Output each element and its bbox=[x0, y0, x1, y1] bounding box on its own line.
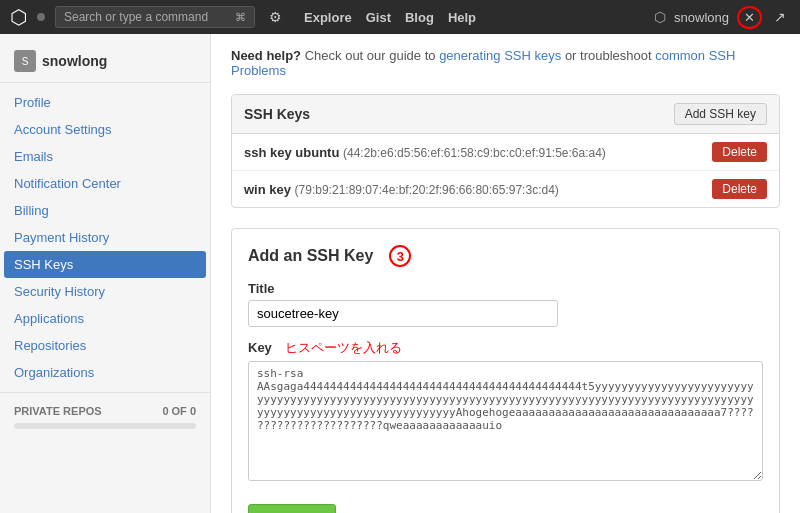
private-repos-count: 0 OF 0 bbox=[162, 405, 196, 417]
topnav-username[interactable]: snowlong bbox=[674, 10, 729, 25]
private-repos-label: PRIVATE REPOS 0 OF 0 bbox=[0, 399, 210, 419]
payment-history-link[interactable]: Payment History bbox=[0, 224, 210, 251]
settings-icon[interactable]: ⚙ bbox=[265, 7, 286, 27]
sidebar-item-ssh-keys[interactable]: SSH Keys bbox=[0, 251, 210, 278]
ssh-key-fingerprint-0: (44:2b:e6:d5:56:ef:61:58:c9:bc:c0:ef:91:… bbox=[343, 146, 606, 160]
key-label: Key ヒスペーツを入れる bbox=[248, 339, 763, 357]
gist-link[interactable]: Gist bbox=[366, 10, 391, 25]
add-key-button[interactable]: Add key bbox=[248, 504, 336, 513]
generating-ssh-keys-link[interactable]: generating SSH keys bbox=[439, 48, 561, 63]
ssh-keys-link[interactable]: SSH Keys bbox=[4, 251, 206, 278]
help-text: Check out our guide to bbox=[305, 48, 439, 63]
sidebar-nav: Profile Account Settings Emails Notifica… bbox=[0, 89, 210, 386]
topnav-right: ⬡ snowlong ✕ ↗ bbox=[654, 6, 790, 29]
ssh-key-name-0: ssh key ubuntu bbox=[244, 145, 339, 160]
profile-link[interactable]: Profile bbox=[0, 89, 210, 116]
help-link[interactable]: Help bbox=[448, 10, 476, 25]
applications-link[interactable]: Applications bbox=[0, 305, 210, 332]
sidebar-item-applications[interactable]: Applications bbox=[0, 305, 210, 332]
title-form-group: Title bbox=[248, 281, 763, 327]
main-layout: S snowlong Profile Account Settings Emai… bbox=[0, 34, 800, 513]
github-avatar-small: ⬡ bbox=[654, 9, 666, 25]
search-icon: ⌘ bbox=[235, 11, 246, 24]
top-navigation: ⬡ Search or type a command ⌘ ⚙ Explore G… bbox=[0, 0, 800, 34]
sidebar-item-emails[interactable]: Emails bbox=[0, 143, 210, 170]
close-icon[interactable]: ✕ bbox=[737, 6, 762, 29]
sidebar-item-profile[interactable]: Profile bbox=[0, 89, 210, 116]
sidebar-item-account-settings[interactable]: Account Settings bbox=[0, 116, 210, 143]
emails-link[interactable]: Emails bbox=[0, 143, 210, 170]
sidebar-header: S snowlong bbox=[0, 44, 210, 83]
repositories-link[interactable]: Repositories bbox=[0, 332, 210, 359]
key-form-group: Key ヒスペーツを入れる ssh-rsa AAsgaga44444444444… bbox=[248, 339, 763, 484]
table-row: ssh key ubuntu (44:2b:e6:d5:56:ef:61:58:… bbox=[232, 134, 779, 171]
sidebar-divider bbox=[0, 392, 210, 393]
organizations-link[interactable]: Organizations bbox=[0, 359, 210, 386]
ssh-key-info-0: ssh key ubuntu (44:2b:e6:d5:56:ef:61:58:… bbox=[244, 145, 712, 160]
search-placeholder: Search or type a command bbox=[64, 10, 208, 24]
add-ssh-key-form: Add an SSH Key 3 Title Key ヒスペーツを入れる ssh… bbox=[231, 228, 780, 513]
sidebar-item-notification-center[interactable]: Notification Center bbox=[0, 170, 210, 197]
bar-track bbox=[14, 423, 196, 429]
search-box[interactable]: Search or type a command ⌘ bbox=[55, 6, 255, 28]
help-prefix: Need help? bbox=[231, 48, 301, 63]
add-ssh-title: Add an SSH Key 3 bbox=[248, 245, 763, 267]
private-repos-bar bbox=[14, 423, 196, 429]
sidebar-item-billing[interactable]: Billing bbox=[0, 197, 210, 224]
annotation-3: 3 bbox=[389, 245, 411, 267]
status-dot bbox=[37, 13, 45, 21]
explore-link[interactable]: Explore bbox=[304, 10, 352, 25]
main-content: Need help? Check out our guide to genera… bbox=[210, 34, 800, 513]
topnav-links: Explore Gist Blog Help bbox=[304, 10, 476, 25]
github-logo[interactable]: ⬡ bbox=[10, 5, 27, 29]
add-ssh-key-button[interactable]: Add SSH key bbox=[674, 103, 767, 125]
arrow-icon[interactable]: ↗ bbox=[770, 7, 790, 27]
ssh-keys-section: SSH Keys Add SSH key ssh key ubuntu (44:… bbox=[231, 94, 780, 208]
delete-key-0-button[interactable]: Delete bbox=[712, 142, 767, 162]
blog-link[interactable]: Blog bbox=[405, 10, 434, 25]
sidebar: S snowlong Profile Account Settings Emai… bbox=[0, 34, 210, 513]
annotation-note: ヒスペーツを入れる bbox=[285, 340, 402, 355]
billing-link[interactable]: Billing bbox=[0, 197, 210, 224]
notification-center-link[interactable]: Notification Center bbox=[0, 170, 210, 197]
delete-key-1-button[interactable]: Delete bbox=[712, 179, 767, 199]
help-middle: or troubleshoot bbox=[565, 48, 655, 63]
sidebar-item-security-history[interactable]: Security History bbox=[0, 278, 210, 305]
avatar: S bbox=[14, 50, 36, 72]
table-row: win key (79:b9:21:89:07:4e:bf:20:2f:96:6… bbox=[232, 171, 779, 207]
ssh-key-info-1: win key (79:b9:21:89:07:4e:bf:20:2f:96:6… bbox=[244, 182, 712, 197]
sidebar-item-organizations[interactable]: Organizations bbox=[0, 359, 210, 386]
title-input[interactable] bbox=[248, 300, 558, 327]
ssh-keys-title: SSH Keys bbox=[244, 106, 310, 122]
ssh-key-name-1: win key bbox=[244, 182, 291, 197]
help-bar: Need help? Check out our guide to genera… bbox=[231, 48, 780, 78]
security-history-link[interactable]: Security History bbox=[0, 278, 210, 305]
ssh-keys-header: SSH Keys Add SSH key bbox=[232, 95, 779, 134]
account-settings-link[interactable]: Account Settings bbox=[0, 116, 210, 143]
sidebar-item-repositories[interactable]: Repositories bbox=[0, 332, 210, 359]
key-textarea[interactable]: ssh-rsa AAsgaga4444444444444444444444444… bbox=[248, 361, 763, 481]
sidebar-item-payment-history[interactable]: Payment History bbox=[0, 224, 210, 251]
ssh-key-fingerprint-1: (79:b9:21:89:07:4e:bf:20:2f:96:66:80:65:… bbox=[295, 183, 559, 197]
title-label: Title bbox=[248, 281, 763, 296]
sidebar-username[interactable]: snowlong bbox=[42, 53, 107, 69]
